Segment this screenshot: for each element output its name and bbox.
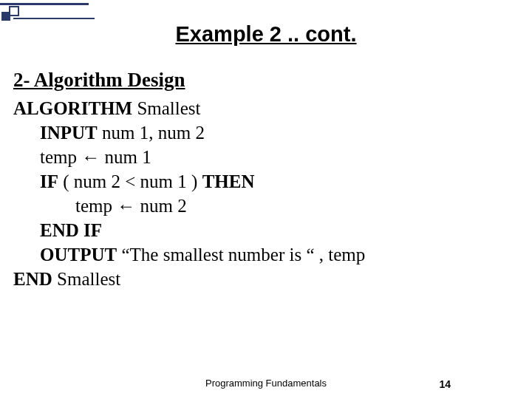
assign-arrow-icon: ← (81, 147, 100, 167)
algo-text: temp (40, 147, 81, 167)
page-number: 14 (439, 378, 451, 390)
algo-line: ALGORITHM Smallest (13, 96, 532, 120)
algo-line: END IF (13, 218, 532, 242)
keyword-input: INPUT (40, 123, 98, 143)
keyword-output: OUTPUT (40, 245, 117, 265)
algo-text: Smallest (132, 98, 200, 118)
algo-line: INPUT num 1, num 2 (13, 120, 532, 145)
algorithm-block: ALGORITHM Smallest INPUT num 1, num 2 te… (13, 96, 532, 291)
algo-line: OUTPUT “The smallest number is “ , temp (13, 242, 532, 267)
decoration-line (13, 18, 95, 19)
footer-text: Programming Fundamentals (0, 378, 532, 389)
decoration-square-icon (9, 6, 19, 16)
assign-arrow-icon: ← (117, 196, 135, 216)
algo-line: temp ← num 2 (13, 194, 532, 218)
decoration-square-icon (1, 12, 10, 21)
slide-corner-decoration (0, 0, 103, 27)
keyword-algorithm: ALGORITHM (13, 98, 132, 118)
algo-text: num 1 (100, 147, 151, 167)
keyword-endif: END IF (40, 220, 102, 240)
algo-line: END Smallest (13, 267, 532, 291)
algo-text: num 2 (135, 196, 186, 216)
section-heading: 2- Algorithm Design (13, 69, 532, 92)
keyword-then: THEN (202, 171, 255, 191)
decoration-line (0, 3, 89, 5)
algo-line: temp ← num 1 (13, 145, 532, 169)
algo-text: ( num 2 < num 1 ) (58, 171, 202, 191)
keyword-end: END (13, 269, 52, 289)
algo-text: temp (75, 196, 117, 216)
algo-text: num 1, num 2 (98, 123, 205, 143)
algo-text: Smallest (52, 269, 120, 289)
algo-line: IF ( num 2 < num 1 ) THEN (13, 169, 532, 194)
keyword-if: IF (40, 171, 58, 191)
algo-text: “The smallest number is “ , temp (117, 245, 365, 265)
